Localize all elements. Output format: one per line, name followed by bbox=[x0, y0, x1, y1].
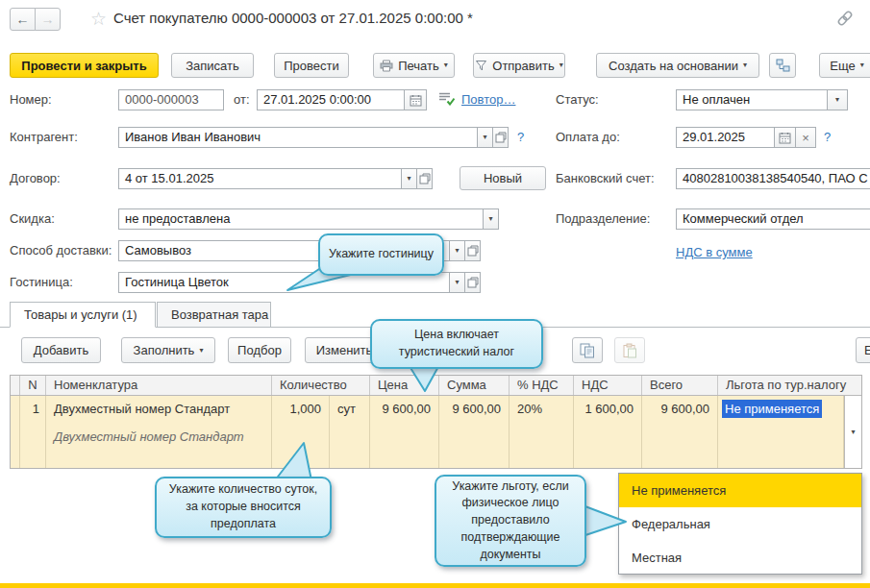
row-vat-cell[interactable]: 1 600,00 bbox=[574, 396, 642, 468]
forward-button[interactable]: → bbox=[35, 8, 61, 31]
pay-until-label: Оплата до: bbox=[556, 127, 620, 148]
dropdown-option-not-applied[interactable]: Не применяется bbox=[619, 474, 861, 507]
table-header-sum[interactable]: Сумма bbox=[439, 376, 510, 396]
date-label: от: bbox=[234, 89, 250, 110]
row-vat-rate-cell[interactable]: 20% bbox=[510, 396, 574, 468]
hotel-open-button[interactable] bbox=[464, 272, 481, 293]
calendar-icon bbox=[779, 132, 791, 144]
discount-label: Скидка: bbox=[10, 208, 55, 230]
discount-dropdown-button[interactable]: ▾ bbox=[483, 208, 499, 230]
post-and-close-button[interactable]: Провести и закрыть bbox=[10, 53, 159, 78]
discount-select[interactable]: не предоставлена bbox=[118, 208, 484, 230]
row-nomenclature-cell[interactable]: Двухместный номер Стандарт Двухместный н… bbox=[46, 396, 272, 468]
date-input[interactable]: 27.01.2025 0:00:00 bbox=[257, 89, 405, 110]
row-sum-cell[interactable]: 9 600,00 bbox=[439, 396, 510, 468]
table-header-total[interactable]: Всего bbox=[642, 376, 718, 396]
chevron-down-icon: ▾ bbox=[851, 429, 855, 436]
print-button[interactable]: Печать ▾ bbox=[373, 53, 455, 78]
copy-rows-button[interactable] bbox=[572, 337, 603, 363]
number-input[interactable]: 0000-000003 bbox=[118, 89, 224, 110]
row-price-cell[interactable]: 9 600,00 bbox=[370, 396, 439, 468]
tab-returnable-tare[interactable]: Возвратная тара bbox=[157, 302, 271, 328]
row-benefit-cell[interactable]: Не применяется bbox=[718, 396, 844, 468]
pay-until-input[interactable]: 29.01.2025 bbox=[676, 127, 775, 148]
open-icon bbox=[495, 132, 507, 143]
add-row-button[interactable]: Добавить bbox=[21, 337, 101, 363]
table-more-button[interactable]: Еще bbox=[856, 337, 870, 363]
open-icon bbox=[467, 277, 479, 288]
status-select[interactable]: Не оплачен bbox=[676, 89, 828, 110]
contract-input[interactable]: 4 от 15.01.2025 bbox=[118, 168, 402, 189]
pay-until-calendar-button[interactable] bbox=[774, 127, 796, 148]
structure-icon bbox=[776, 59, 790, 72]
chevron-down-icon: ▾ bbox=[199, 347, 203, 355]
benefit-dropdown-list: Не применяется Федеральная Местная bbox=[618, 473, 862, 575]
back-arrow-icon: ← bbox=[16, 12, 30, 27]
status-label: Статус: bbox=[556, 89, 599, 110]
chevron-down-icon: ▾ bbox=[860, 61, 864, 69]
dropdown-option-local[interactable]: Местная bbox=[619, 541, 861, 575]
back-button[interactable]: ← bbox=[10, 8, 36, 31]
table-header-qty[interactable]: Количество bbox=[272, 376, 370, 396]
table-header-gutter bbox=[11, 376, 20, 396]
repeat-link[interactable]: Повтор… bbox=[461, 89, 515, 110]
delivery-open-button[interactable] bbox=[464, 240, 481, 261]
benefit-cell-dropdown-button[interactable]: ▾ bbox=[844, 396, 861, 468]
row-number-cell[interactable]: 1 bbox=[20, 396, 46, 468]
row-unit-cell[interactable]: сут bbox=[330, 396, 370, 468]
chevron-down-icon: ▾ bbox=[407, 175, 410, 183]
table-header-vat-rate[interactable]: % НДС bbox=[510, 376, 574, 396]
counterparty-help[interactable]: ? bbox=[517, 127, 524, 148]
table-header-price[interactable]: Цена bbox=[370, 376, 439, 396]
vat-in-sum-link[interactable]: НДС в сумме bbox=[676, 242, 753, 263]
counterparty-dropdown-button[interactable]: ▾ bbox=[477, 127, 493, 148]
row-total-cell[interactable]: 9 600,00 bbox=[642, 396, 718, 468]
contract-open-button[interactable] bbox=[416, 168, 433, 189]
benefit-selected-value[interactable]: Не применяется bbox=[722, 400, 822, 418]
pick-button[interactable]: Подбор bbox=[228, 337, 291, 363]
table-header-n[interactable]: N bbox=[20, 376, 46, 396]
table-header-nomenclature[interactable]: Номенклатура bbox=[46, 376, 272, 396]
nav-history-group: ← → bbox=[10, 8, 62, 31]
post-button[interactable]: Провести bbox=[274, 53, 349, 78]
copy-icon bbox=[580, 343, 595, 358]
printer-icon bbox=[380, 60, 393, 72]
tab-goods-services[interactable]: Товары и услуги (1) bbox=[10, 302, 156, 328]
department-label: Подразделение: bbox=[556, 208, 650, 230]
callout-hotel: Укажите гостиницу bbox=[318, 233, 444, 276]
more-button[interactable]: Еще ▾ bbox=[819, 53, 870, 78]
related-documents-button[interactable] bbox=[769, 53, 796, 78]
favorite-star-icon[interactable]: ☆ bbox=[90, 8, 107, 30]
department-input[interactable]: Коммерческий отдел bbox=[676, 208, 870, 230]
chevron-down-icon: ▾ bbox=[488, 215, 492, 223]
row-qty-cell[interactable]: 1,000 bbox=[272, 396, 330, 468]
paste-icon bbox=[622, 343, 637, 358]
paste-rows-button[interactable] bbox=[614, 337, 645, 363]
date-calendar-button[interactable] bbox=[404, 89, 427, 110]
pay-until-clear-button[interactable]: × bbox=[795, 127, 816, 148]
contract-dropdown-button[interactable]: ▾ bbox=[401, 168, 417, 189]
hotel-dropdown-button[interactable]: ▾ bbox=[449, 272, 465, 293]
save-button[interactable]: Записать bbox=[171, 53, 254, 78]
status-dropdown-button[interactable]: ▾ bbox=[827, 89, 848, 110]
get-link-icon[interactable] bbox=[835, 9, 855, 28]
page-title: Счет покупателю 0000-000003 от 27.01.202… bbox=[113, 10, 473, 26]
delivery-dropdown-button[interactable]: ▾ bbox=[449, 240, 465, 261]
bank-account-input[interactable]: 40802810038138540540, ПАО С bbox=[676, 168, 870, 189]
bank-account-label: Банковский счет: bbox=[556, 168, 655, 189]
fill-button[interactable]: Заполнить ▾ bbox=[121, 337, 215, 363]
new-contract-button[interactable]: Новый bbox=[460, 166, 546, 190]
chevron-down-icon: ▾ bbox=[559, 61, 563, 69]
create-based-on-button[interactable]: Создать на основании ▾ bbox=[596, 53, 759, 78]
counterparty-open-button[interactable] bbox=[492, 127, 509, 148]
invoice-window: ← → ☆ Счет покупателю 0000-000003 от 27.… bbox=[0, 0, 870, 588]
open-icon bbox=[467, 245, 479, 257]
table-header-vat[interactable]: НДС bbox=[574, 376, 642, 396]
counterparty-input[interactable]: Иванов Иван Иванович bbox=[118, 127, 478, 148]
dropdown-option-federal[interactable]: Федеральная bbox=[619, 507, 861, 541]
pay-until-help[interactable]: ? bbox=[824, 127, 831, 148]
number-label: Номер: bbox=[10, 89, 52, 110]
send-button[interactable]: Отправить ▾ bbox=[473, 53, 565, 78]
table-header-benefit[interactable]: Льгота по тур.налогу bbox=[718, 376, 861, 396]
repeat-schedule-icon[interactable] bbox=[438, 91, 455, 106]
